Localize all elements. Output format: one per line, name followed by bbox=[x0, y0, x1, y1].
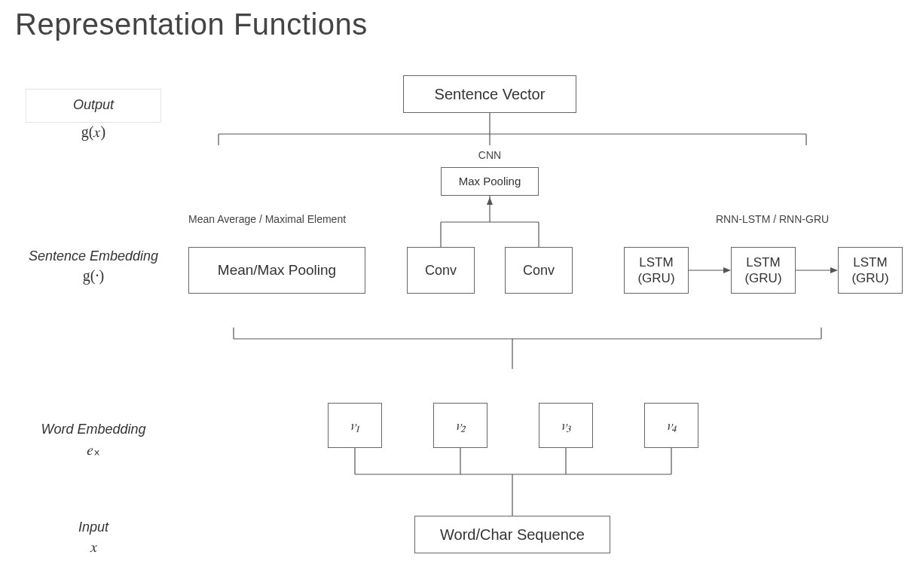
lstm-box-2: LSTM (GRU) bbox=[731, 247, 796, 294]
conv-box-1: Conv bbox=[407, 247, 475, 294]
v3-box: 𝑣₃ bbox=[539, 403, 593, 448]
lstm-box-1: LSTM (GRU) bbox=[624, 247, 689, 294]
lstm-box-3: LSTM (GRU) bbox=[838, 247, 903, 294]
word-embedding-label-block: Word Embedding 𝑒ₓ bbox=[26, 422, 161, 459]
output-math: g(𝑥) bbox=[26, 123, 161, 141]
svg-marker-6 bbox=[487, 197, 493, 205]
cnn-label: CNN bbox=[467, 149, 512, 161]
input-label: Input bbox=[26, 519, 161, 535]
input-math: 𝑥 bbox=[26, 538, 161, 556]
diagram-area: Sentence Vector CNN Max Pooling Mean Ave… bbox=[173, 68, 912, 565]
word-embedding-math: 𝑒ₓ bbox=[26, 440, 161, 459]
output-label: Output bbox=[26, 97, 160, 113]
sentence-embedding-label-block: Sentence Embedding g(·) bbox=[26, 248, 161, 285]
svg-marker-13 bbox=[830, 267, 838, 273]
input-label-block: Input 𝑥 bbox=[26, 519, 161, 556]
connector-lines bbox=[173, 68, 912, 565]
conv-box-2: Conv bbox=[505, 247, 573, 294]
wordchar-box: Word/Char Sequence bbox=[414, 516, 610, 553]
sentence-embedding-math: g(·) bbox=[26, 267, 161, 285]
rnn-label: RNN-LSTM / RNN-GRU bbox=[716, 213, 866, 225]
svg-marker-11 bbox=[723, 267, 731, 273]
meanmax-label: Mean Average / Maximal Element bbox=[188, 213, 362, 225]
sentence-embedding-label: Sentence Embedding bbox=[26, 248, 161, 264]
output-label-box: Output bbox=[26, 89, 161, 123]
slide-title: Representation Functions bbox=[15, 8, 368, 41]
v2-box: 𝑣₂ bbox=[433, 403, 487, 448]
word-embedding-label: Word Embedding bbox=[26, 422, 161, 437]
max-pooling-box: Max Pooling bbox=[441, 167, 539, 196]
meanmax-pooling-box: Mean/Max Pooling bbox=[188, 247, 365, 294]
v4-box: 𝑣₄ bbox=[644, 403, 698, 448]
sentence-vector-box: Sentence Vector bbox=[403, 75, 576, 113]
v1-box: 𝑣₁ bbox=[328, 403, 382, 448]
